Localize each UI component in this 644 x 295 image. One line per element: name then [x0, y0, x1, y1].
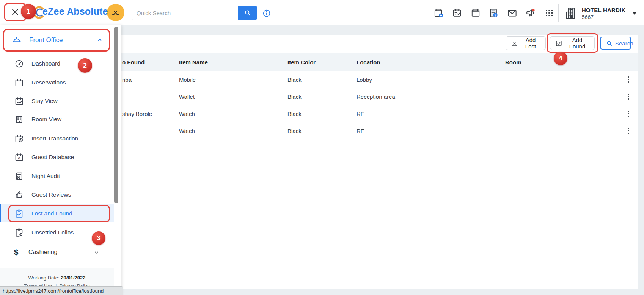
shuffle-button[interactable] [107, 4, 124, 21]
svg-text:$: $ [494, 13, 496, 17]
right-gutter [638, 25, 644, 295]
folio-dollar-icon[interactable]: $ [488, 8, 499, 18]
search-icon [244, 9, 251, 16]
chevron-up-icon [97, 37, 103, 43]
annotation-step-1: 1 [21, 4, 36, 19]
working-date-value: 20/01/2022 [61, 275, 85, 281]
megaphone-icon[interactable] [525, 8, 536, 18]
top-header: $ [0, 0, 644, 25]
table-row: nba Mobile Black Lobby [114, 71, 638, 88]
sidebar-group-label: Front Office [29, 36, 63, 44]
row-menu-icon[interactable] [625, 127, 632, 134]
mail-icon[interactable] [507, 8, 517, 18]
cell-item-name: Watch [179, 111, 195, 117]
cell-item-color: Black [287, 76, 302, 83]
hotel-building-icon [564, 6, 578, 20]
annotation-step-2: 2 [78, 58, 92, 73]
cell-location: Lobby [357, 76, 372, 83]
calendar-task-icon[interactable] [452, 8, 462, 18]
add-lost-button[interactable]: Add Lost [506, 36, 546, 50]
hotel-selector[interactable]: HOTEL HARDIK 5667 [564, 4, 640, 23]
calendar-clock-icon [14, 134, 24, 144]
column-item-color: Item Color [287, 59, 316, 66]
thumbs-up-icon [14, 190, 24, 200]
sidebar-item-guest-reviews[interactable]: Guest Reviews [14, 189, 109, 201]
page: $ [0, 0, 644, 295]
cell-item-name: Mobile [179, 76, 196, 83]
quick-search-input[interactable] [132, 6, 238, 20]
sidebar-scrollbar[interactable] [114, 27, 118, 203]
search-icon [606, 40, 613, 47]
column-room: Room [505, 59, 521, 66]
calendar-icon[interactable] [470, 8, 481, 18]
quick-search [132, 6, 257, 20]
column-item-name: Item Name [179, 59, 208, 66]
cell-item-name: Watch [179, 128, 195, 134]
hotel-name: HOTEL HARDIK [582, 7, 625, 13]
header-divider [558, 4, 559, 22]
add-lost-label: Add Lost [521, 37, 540, 50]
row-menu-icon[interactable] [625, 110, 632, 117]
sidebar-item-insert-transaction[interactable]: Insert Transaction [14, 133, 109, 145]
cell-item-color: Black [287, 128, 302, 134]
status-url-tooltip: https://live.ipms247.com/frontoffice/los… [0, 286, 123, 295]
sidebar-drawer: Front Office Dashboard Reservations [0, 25, 121, 295]
sidebar-item-dashboard[interactable]: Dashboard [14, 58, 109, 70]
column-who-found: o Found [122, 59, 145, 66]
sidebar-item-guest-database[interactable]: A Guest Database [14, 151, 109, 163]
quick-search-button[interactable] [238, 6, 257, 20]
check-square-icon [556, 40, 562, 47]
dashboard-icon [14, 59, 24, 69]
close-icon [11, 8, 20, 17]
cell-location: RE [357, 111, 364, 117]
cashiering-label: Cashiering [28, 249, 57, 256]
row-menu-icon[interactable] [625, 76, 632, 83]
add-found-button[interactable]: Add Found [550, 36, 595, 50]
calendar-check-icon [14, 97, 24, 106]
app-logo-text: eZee Absolute [42, 6, 108, 17]
search-label: Search [615, 40, 633, 47]
annotation-step-4: 4 [554, 52, 567, 65]
row-menu-icon[interactable] [625, 93, 632, 100]
chevron-down-icon [94, 250, 99, 255]
calendar-add-icon[interactable] [433, 8, 444, 18]
calendar-icon [14, 78, 24, 87]
hotel-info: HOTEL HARDIK 5667 [582, 7, 625, 20]
x-square-icon [511, 40, 518, 47]
working-date-label: Working Date: [28, 275, 60, 281]
cell-location: Reception area [357, 94, 395, 100]
table-row: shay Borole Watch Black RE [114, 105, 638, 122]
sidebar-group-cashiering[interactable]: $ Cashiering [11, 245, 106, 259]
sidebar-item-lost-and-found[interactable]: Lost and Found [14, 208, 109, 220]
sidebar-item-reservations[interactable]: Reservations [14, 76, 109, 89]
cell-item-color: Black [287, 111, 302, 117]
cell-who-found: shay Borole [122, 111, 152, 117]
building-icon [14, 115, 24, 124]
sidebar-item-room-view[interactable]: Room View [14, 113, 109, 125]
info-icon[interactable] [262, 9, 271, 17]
shuffle-icon [111, 8, 120, 17]
clipboard-check-icon [14, 209, 24, 219]
add-found-label: Add Found [565, 37, 589, 50]
table-row: Wallet Black Reception area [114, 88, 638, 105]
cell-item-name: Wallet [179, 94, 195, 100]
cell-location: RE [357, 128, 364, 134]
sidebar-item-night-audit[interactable]: Night Audit [14, 170, 109, 182]
sidebar-group-front-office[interactable]: Front Office [3, 29, 110, 52]
cloche-icon [12, 35, 22, 45]
working-date: Working Date: 20/01/2022 [0, 275, 114, 281]
status-url: https://live.ipms247.com/frontoffice/los… [3, 288, 104, 294]
clipboard-clock-icon [14, 228, 24, 237]
apps-grid-icon[interactable] [544, 8, 554, 18]
cell-item-color: Black [287, 94, 302, 100]
search-button[interactable]: Search [600, 37, 631, 50]
document-person-icon [14, 172, 24, 181]
table-row: Watch Black RE [114, 122, 638, 139]
calendar-a-icon: A [14, 153, 24, 162]
annotation-step-3: 3 [92, 231, 105, 245]
sidebar-item-stay-view[interactable]: Stay View [14, 95, 109, 107]
caret-down-icon [632, 12, 637, 15]
dollar-icon: $ [11, 248, 21, 257]
hotel-code: 5667 [582, 14, 625, 20]
svg-text:A: A [18, 156, 20, 160]
